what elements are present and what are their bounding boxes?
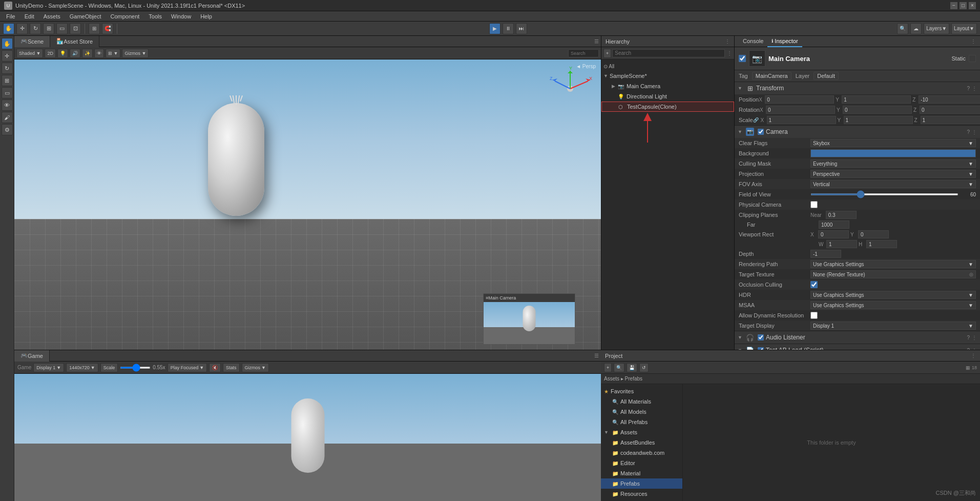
scale-y-input[interactable] xyxy=(844,116,913,124)
menu-tools[interactable]: Tools xyxy=(144,12,166,21)
grid-button[interactable]: ⊞ xyxy=(89,23,100,34)
fov-slider[interactable] xyxy=(810,193,958,195)
project-all-models[interactable]: 🔍 All Models xyxy=(601,407,682,417)
gizmos-button[interactable]: Gizmos ▼ xyxy=(242,363,269,372)
view-btn[interactable]: 👁 xyxy=(2,99,13,111)
scene-hidden-button[interactable]: 👁 xyxy=(94,49,104,58)
menu-component[interactable]: Component xyxy=(106,12,143,21)
project-filter-icon[interactable]: ▦ xyxy=(966,365,970,370)
audio-listener-info[interactable]: ? xyxy=(967,335,970,340)
project-codeandweb[interactable]: 📁 codeandweb.com xyxy=(601,448,682,458)
snap-button[interactable]: 🧲 xyxy=(102,23,113,34)
transform-tool-button[interactable]: ⊡ xyxy=(70,23,81,34)
menu-assets[interactable]: Assets xyxy=(39,12,65,21)
camera-header[interactable]: ▼ 📷 Camera ? ⋮ xyxy=(735,126,980,138)
hierarchy-item-test-capsule[interactable]: ⬡ TestCapsule(Clone) xyxy=(601,102,734,112)
scale-tool[interactable]: ⊞ xyxy=(2,75,13,86)
dynamic-res-checkbox[interactable] xyxy=(810,312,818,319)
rotation-y-input[interactable] xyxy=(843,106,912,114)
depth-input[interactable] xyxy=(810,250,841,258)
scene-fx-button[interactable]: ✨ xyxy=(82,49,93,58)
occlusion-culling-checkbox[interactable] xyxy=(810,281,818,288)
project-search-button[interactable]: 🔍 xyxy=(614,363,624,372)
stats-button[interactable]: Stats xyxy=(223,363,240,372)
scale-x-input[interactable] xyxy=(767,116,836,124)
settings-tool[interactable]: ⚙ xyxy=(2,124,13,135)
inspector-menu[interactable]: ⋮ xyxy=(971,38,976,44)
hand-tool-button[interactable]: ✋ xyxy=(3,23,14,34)
rendering-path-dropdown[interactable]: Use Graphics Settings ▼ xyxy=(810,260,976,268)
mute-button[interactable]: 🔇 xyxy=(209,363,221,372)
resolution-select[interactable]: 1440x720 ▼ xyxy=(66,363,98,372)
pause-button[interactable]: ⏸ xyxy=(503,23,514,34)
scale-select[interactable]: Scale xyxy=(100,363,118,372)
test-ab-load-header[interactable]: ▼ 📄 Test AB Load (Script) ? ⋮ xyxy=(735,344,980,350)
tab-scene[interactable]: 🎮 Scene xyxy=(14,36,50,47)
project-reload-button[interactable]: ↺ xyxy=(639,363,649,372)
scene-light-button[interactable]: 💡 xyxy=(57,49,68,58)
position-x-input[interactable] xyxy=(765,95,834,104)
vp-y-input[interactable] xyxy=(858,230,889,238)
play-button[interactable]: ▶ xyxy=(489,23,501,34)
display-select[interactable]: Display 1 ▼ xyxy=(33,363,64,372)
project-prefabs[interactable]: 📁 Prefabs xyxy=(601,478,682,489)
move-tool[interactable]: ✛ xyxy=(2,50,13,62)
project-all-prefabs[interactable]: 🔍 All Prefabs xyxy=(601,417,682,427)
scene-search-input[interactable] xyxy=(568,49,599,57)
tag-value[interactable]: MainCamera xyxy=(752,72,791,80)
msaa-dropdown[interactable]: Use Graphics Settings ▼ xyxy=(810,301,976,309)
rotation-x-input[interactable] xyxy=(766,106,835,114)
layer-value[interactable]: Default xyxy=(814,72,839,80)
transform-menu[interactable]: ⋮ xyxy=(972,86,977,91)
scene-grid-button[interactable]: ⊞ ▼ xyxy=(106,49,120,58)
project-editor[interactable]: 📁 Editor xyxy=(601,458,682,468)
play-focused-button[interactable]: Play Focused ▼ xyxy=(168,363,207,372)
vp-w-input[interactable] xyxy=(826,240,857,248)
hdr-dropdown[interactable]: Use Graphics Settings ▼ xyxy=(810,291,976,299)
far-input[interactable] xyxy=(819,221,849,229)
project-save-button[interactable]: 💾 xyxy=(627,363,637,372)
project-favorites-header[interactable]: ★ Favorites xyxy=(601,386,682,396)
transform-info[interactable]: ? xyxy=(967,86,970,91)
scene-2d-button[interactable]: 2D xyxy=(45,49,56,58)
tab-asset-store[interactable]: 🏪 Asset Store xyxy=(50,36,99,47)
vp-x-input[interactable] xyxy=(818,230,849,238)
physical-camera-checkbox[interactable] xyxy=(810,201,818,208)
search-button[interactable]: 🔍 xyxy=(897,23,908,34)
position-y-input[interactable] xyxy=(842,95,911,104)
tab-game[interactable]: 🎮 Game xyxy=(14,350,50,362)
scene-audio-button[interactable]: 🔊 xyxy=(70,49,80,58)
hierarchy-menu[interactable]: ⋮ xyxy=(725,38,730,44)
target-display-dropdown[interactable]: Display 1 ▼ xyxy=(810,322,976,330)
project-asset-bundles[interactable]: 📁 AssetBundles xyxy=(601,437,682,448)
menu-edit[interactable]: Edit xyxy=(20,12,38,21)
hierarchy-item-main-camera[interactable]: ▶ 📷 Main Camera xyxy=(601,81,734,91)
layers-button[interactable]: Layers ▼ xyxy=(924,23,949,34)
static-checkbox[interactable] xyxy=(969,55,976,62)
brush-tool[interactable]: 🖌 xyxy=(2,112,13,123)
object-active-checkbox[interactable] xyxy=(739,55,746,62)
move-tool-button[interactable]: ✛ xyxy=(16,23,28,34)
project-resources[interactable]: 📁 Resources xyxy=(601,489,682,499)
rotation-z-input[interactable] xyxy=(920,106,980,114)
fov-axis-dropdown[interactable]: Vertical ▼ xyxy=(810,180,976,188)
project-scenes[interactable]: 📁 Scenes xyxy=(601,499,682,501)
menu-window[interactable]: Window xyxy=(167,12,195,21)
vp-h-input[interactable] xyxy=(866,240,897,248)
projection-dropdown[interactable]: Perspective ▼ xyxy=(810,170,976,178)
rotate-tool[interactable]: ↻ xyxy=(2,63,13,74)
near-input[interactable] xyxy=(826,211,857,219)
rect-tool[interactable]: ▭ xyxy=(2,87,13,98)
position-z-input[interactable] xyxy=(919,95,980,104)
clear-flags-dropdown[interactable]: Skybox ▼ xyxy=(810,139,976,147)
project-material[interactable]: 📁 Material xyxy=(601,468,682,478)
hierarchy-search-input[interactable] xyxy=(612,49,725,57)
camera-menu[interactable]: ⋮ xyxy=(972,129,977,135)
audio-listener-enabled[interactable] xyxy=(758,334,764,340)
hierarchy-filter[interactable]: ⋮ xyxy=(727,50,732,56)
audio-listener-header[interactable]: ▼ 🎧 Audio Listener ? ⋮ xyxy=(735,331,980,344)
project-assets-header[interactable]: ▼ 📁 Assets xyxy=(601,427,682,437)
camera-info[interactable]: ? xyxy=(967,129,970,135)
tab-console[interactable]: Console xyxy=(739,36,767,47)
minimize-button[interactable]: − xyxy=(950,2,957,9)
